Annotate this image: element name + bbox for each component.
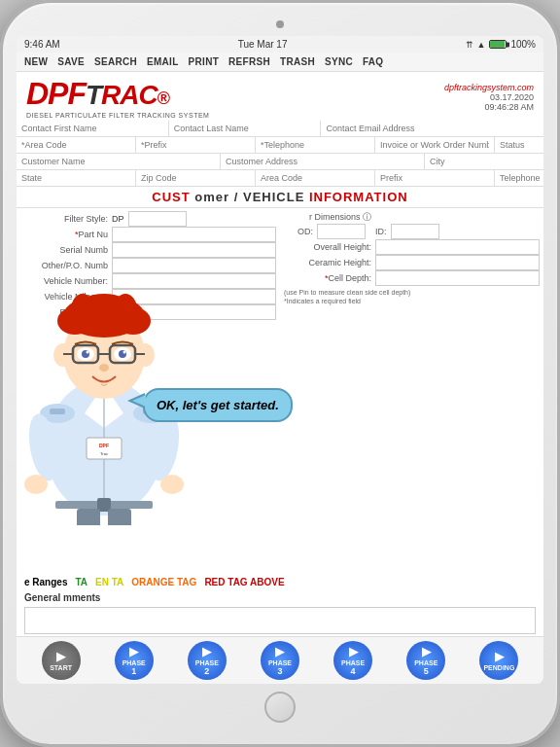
toolbar-trash-btn[interactable]: TRASH <box>280 56 315 67</box>
vehicle-mileage-row: Vehicle Mileage: <box>20 289 276 304</box>
phase4-button[interactable]: ▶ PHASE 4 <box>333 641 372 680</box>
general-comments-text3: mments <box>63 592 100 603</box>
toolbar-search-btn[interactable]: SEARCH <box>94 56 137 67</box>
serial-num-input[interactable] <box>112 242 276 258</box>
vehicle-num-input[interactable] <box>112 273 276 289</box>
customer-name-field[interactable] <box>17 154 221 169</box>
phase5-circle: ▶ PHASE 5 <box>406 641 445 680</box>
overall-height-row: Overall Height: <box>284 239 540 255</box>
tag-red: RED TAG ABOVE <box>204 577 284 587</box>
contact-row-2 <box>17 137 543 154</box>
engine-num-input[interactable] <box>112 304 276 320</box>
filter-style-input[interactable] <box>128 211 187 227</box>
contact-last-name[interactable] <box>169 121 322 136</box>
pending-circle: ▶ PENDING <box>479 641 518 680</box>
signal-icon: ▲ <box>477 40 486 50</box>
prefix2-field[interactable] <box>375 170 495 186</box>
filter-style-value: DP <box>112 214 124 224</box>
toolbar-save-btn[interactable]: SAVE <box>57 56 85 67</box>
pending-label: PENDING <box>483 664 514 671</box>
general-comments-label: General mments <box>17 590 543 605</box>
toolbar-sync-btn[interactable]: SYNC <box>325 56 353 67</box>
phase4-arrow-icon: ▶ <box>349 645 358 658</box>
toolbar-print-btn[interactable]: PRINT <box>189 56 220 67</box>
telephone-field[interactable] <box>256 137 375 153</box>
required-note-text: *Indicates a required field <box>284 298 361 304</box>
telephone2-field[interactable] <box>495 170 543 186</box>
pending-button[interactable]: ▶ PENDING <box>479 641 518 680</box>
cell-depth-input[interactable] <box>375 270 540 286</box>
cell-depth-note: (use Pin to measure clean side cell dept… <box>284 288 540 305</box>
phase4-circle: ▶ PHASE 4 <box>333 641 372 680</box>
logo-dpf: DPF <box>26 76 86 112</box>
logo-rac: RAC <box>101 80 158 110</box>
other-po-row: Other/P.O. Numb <box>20 258 276 273</box>
phase1-button[interactable]: ▶ PHASE 1 <box>115 641 154 680</box>
toolbar-email-btn[interactable]: EMAIL <box>147 56 179 67</box>
phase5-button[interactable]: ▶ PHASE 5 <box>406 641 445 680</box>
area-code-field[interactable] <box>17 137 136 153</box>
phase1-label: PHASE <box>122 659 146 666</box>
toolbar: NEW SAVE SEARCH EMAIL PRINT REFRSH TRASH… <box>17 53 543 72</box>
section-header-text: CUST <box>152 190 190 204</box>
phase1-circle: ▶ PHASE 1 <box>115 641 154 680</box>
zip-field[interactable] <box>136 170 256 186</box>
section-header: CUST omer / VEHICLE INFORMATION <box>17 187 543 208</box>
serial-num-label: Serial Numb <box>20 245 108 255</box>
area-code2-field[interactable] <box>256 170 375 186</box>
prefix-field[interactable] <box>136 137 256 153</box>
phase2-button[interactable]: ▶ PHASE 2 <box>188 641 227 680</box>
pending-arrow-icon: ▶ <box>495 650 504 663</box>
overall-height-label: Overall Height: <box>284 242 371 252</box>
phase5-label: PHASE <box>414 659 438 666</box>
phase5-arrow-icon: ▶ <box>422 645 431 658</box>
cell-depth-label: Cell Depth: <box>284 273 371 283</box>
comments-textarea[interactable] <box>25 608 535 633</box>
section-header-end: INFORMATION <box>309 190 408 204</box>
section-header-mid: omer / VEHICLE <box>194 190 309 204</box>
tag-yellow: EN TA <box>95 577 123 587</box>
start-button[interactable]: ▶ START <box>42 641 81 680</box>
contact-email[interactable] <box>321 121 543 136</box>
phase1-arrow-icon: ▶ <box>129 645 138 658</box>
logo-area: DPF TRAC ® DIESEL PARTICULATE FILTER TRA… <box>17 72 543 121</box>
status-date: Tue Mar 17 <box>238 39 288 50</box>
city-field[interactable] <box>425 154 543 169</box>
phase4-label: PHASE <box>341 659 365 666</box>
battery-icon <box>489 40 507 49</box>
toolbar-refresh-btn[interactable]: REFRSH <box>228 56 270 67</box>
toolbar-faq-btn[interactable]: FAQ <box>363 56 383 67</box>
vehicle-num-row: Vehicle Number: <box>20 273 276 289</box>
speech-bubble-text: OK, let's get started. <box>157 398 279 412</box>
toolbar-new-btn[interactable]: NEW <box>24 56 48 67</box>
serial-num-row: Serial Numb <box>20 242 276 258</box>
logo-date: 03.17.2020 <box>444 92 534 102</box>
logo-block: DPF TRAC ® DIESEL PARTICULATE FILTER TRA… <box>26 76 209 119</box>
od-label: OD: <box>284 227 313 236</box>
phase2-arrow-icon: ▶ <box>202 645 211 658</box>
cell-depth-row: Cell Depth: <box>284 270 540 286</box>
part-num-input[interactable] <box>112 227 276 242</box>
logo-website: dpftrackingsystem.com <box>444 83 534 92</box>
status-time: 9:46 AM <box>24 39 60 50</box>
start-arrow-icon: ▶ <box>56 650 65 663</box>
other-po-input[interactable] <box>112 258 276 273</box>
cell-depth-note-text: (use Pin to measure clean side cell dept… <box>284 289 410 296</box>
od-input[interactable] <box>317 224 366 239</box>
contact-first-name[interactable] <box>17 121 169 136</box>
vehicle-mileage-input[interactable] <box>112 289 276 304</box>
customer-address-field[interactable] <box>221 154 425 169</box>
state-field[interactable] <box>17 170 136 186</box>
home-button[interactable] <box>264 692 296 723</box>
screen: 9:46 AM Tue Mar 17 ⇈ ▲ 100% NEW SAVE SEA… <box>17 36 543 684</box>
part-num-row: Part Nu <box>20 227 276 242</box>
invoice-field[interactable] <box>375 137 495 153</box>
tag-ranges: e Ranges TA EN TA ORANGE TAG RED TAG ABO… <box>17 574 543 590</box>
phase3-button[interactable]: ▶ PHASE 3 <box>261 641 299 680</box>
status-field[interactable] <box>495 137 543 153</box>
id-input[interactable] <box>391 224 439 239</box>
ceramic-height-input[interactable] <box>375 255 540 270</box>
overall-height-input[interactable] <box>375 239 540 255</box>
logo-text: DPF TRAC ® <box>26 76 209 112</box>
filter-style-row: Filter Style: DP <box>20 211 276 227</box>
